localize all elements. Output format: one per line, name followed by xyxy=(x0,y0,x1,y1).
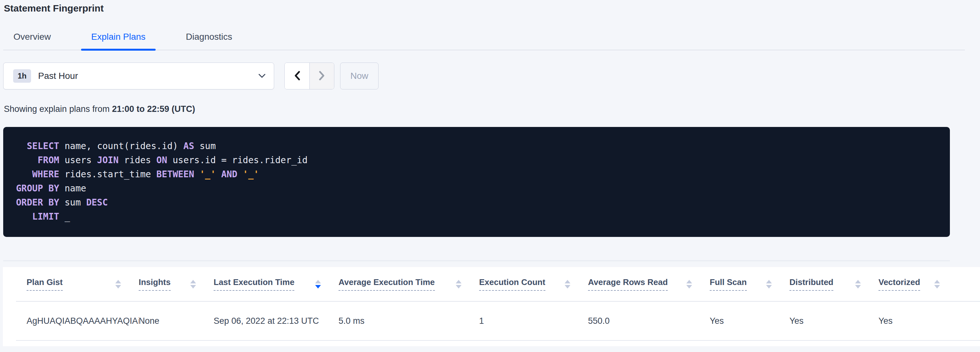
chevron-right-icon xyxy=(319,71,325,82)
now-button[interactable]: Now xyxy=(340,62,379,90)
sort-icon[interactable] xyxy=(686,280,692,288)
time-range-label: Past Hour xyxy=(38,71,78,81)
column-header-distributed[interactable]: Distributed xyxy=(789,277,878,291)
previous-time-button[interactable] xyxy=(285,63,309,89)
cell-average-execution-time: 5.0 ms xyxy=(339,316,479,326)
column-header-execution-count[interactable]: Execution Count xyxy=(479,277,588,291)
chevron-left-icon xyxy=(294,71,301,82)
cell-execution-count: 1 xyxy=(479,316,588,326)
page-title: Statement Fingerprint xyxy=(4,3,980,14)
sort-icon[interactable] xyxy=(190,280,196,288)
sql-line: SELECT name, count(rides.id) AS sum xyxy=(16,139,937,153)
section-divider xyxy=(3,260,950,261)
cell-average-rows-read: 550.0 xyxy=(588,316,710,326)
column-label: Full Scan xyxy=(710,277,747,291)
column-label: Average Execution Time xyxy=(339,277,435,291)
sort-icon[interactable] xyxy=(315,280,321,288)
column-header-plan-gist[interactable]: Plan Gist xyxy=(16,277,139,291)
sql-line: GROUP BY name xyxy=(16,181,937,195)
chevron-down-icon xyxy=(258,74,266,78)
tab-bar: OverviewExplain PlansDiagnostics xyxy=(3,30,965,50)
table-row[interactable]: AgHUAQIABQAAAAHYAQIAiA...NoneSep 06, 202… xyxy=(16,302,980,341)
column-label: Plan Gist xyxy=(27,277,63,291)
sort-icon[interactable] xyxy=(934,280,940,288)
column-header-average-execution-time[interactable]: Average Execution Time xyxy=(339,277,479,291)
time-toolbar: 1h Past Hour Now xyxy=(3,62,980,90)
cell-plan-gist: AgHUAQIABQAAAAHYAQIAiA... xyxy=(16,316,139,326)
time-pager xyxy=(285,62,334,90)
column-label: Last Execution Time xyxy=(214,277,294,291)
sort-icon[interactable] xyxy=(766,280,772,288)
column-label: Distributed xyxy=(789,277,833,291)
tab-explain-plans[interactable]: Explain Plans xyxy=(81,30,156,50)
table-header-row: Plan GistInsightsLast Execution TimeAver… xyxy=(16,267,980,302)
summary-range: 21:00 to 22:59 (UTC) xyxy=(112,104,196,114)
cell-full-scan: Yes xyxy=(710,316,789,326)
time-range-summary: Showing explain plans from 21:00 to 22:5… xyxy=(4,104,980,114)
column-header-full-scan[interactable]: Full Scan xyxy=(710,277,789,291)
sql-statement-box: SELECT name, count(rides.id) AS sum FROM… xyxy=(3,127,950,237)
column-label: Vectorized xyxy=(878,277,920,291)
sort-icon[interactable] xyxy=(565,280,570,288)
sort-icon[interactable] xyxy=(456,280,461,288)
column-label: Average Rows Read xyxy=(588,277,668,291)
column-header-average-rows-read[interactable]: Average Rows Read xyxy=(588,277,710,291)
column-label: Insights xyxy=(139,277,171,291)
tab-diagnostics[interactable]: Diagnostics xyxy=(175,30,242,50)
sql-line: FROM users JOIN rides ON users.id = ride… xyxy=(16,153,937,167)
time-range-dropdown[interactable]: 1h Past Hour xyxy=(3,62,274,90)
cell-insights: None xyxy=(139,316,214,326)
sql-line: ORDER BY sum DESC xyxy=(16,195,937,210)
sql-line: LIMIT _ xyxy=(16,210,937,224)
time-range-badge: 1h xyxy=(13,69,31,83)
cell-last-execution-time: Sep 06, 2022 at 22:13 UTC xyxy=(214,316,339,326)
tab-overview[interactable]: Overview xyxy=(3,30,61,50)
sort-icon[interactable] xyxy=(855,280,861,288)
column-header-vectorized[interactable]: Vectorized xyxy=(878,277,943,291)
column-header-last-execution-time[interactable]: Last Execution Time xyxy=(214,277,339,291)
explain-plans-table-card: Plan GistInsightsLast Execution TimeAver… xyxy=(3,267,980,346)
cell-distributed: Yes xyxy=(789,316,878,326)
sql-line: WHERE rides.start_time BETWEEN '_' AND '… xyxy=(16,167,937,181)
summary-prefix: Showing explain plans from xyxy=(4,104,112,114)
cell-vectorized: Yes xyxy=(878,316,943,326)
sort-icon[interactable] xyxy=(115,280,121,288)
next-time-button[interactable] xyxy=(309,63,334,89)
column-label: Execution Count xyxy=(479,277,546,291)
column-header-insights[interactable]: Insights xyxy=(139,277,214,291)
